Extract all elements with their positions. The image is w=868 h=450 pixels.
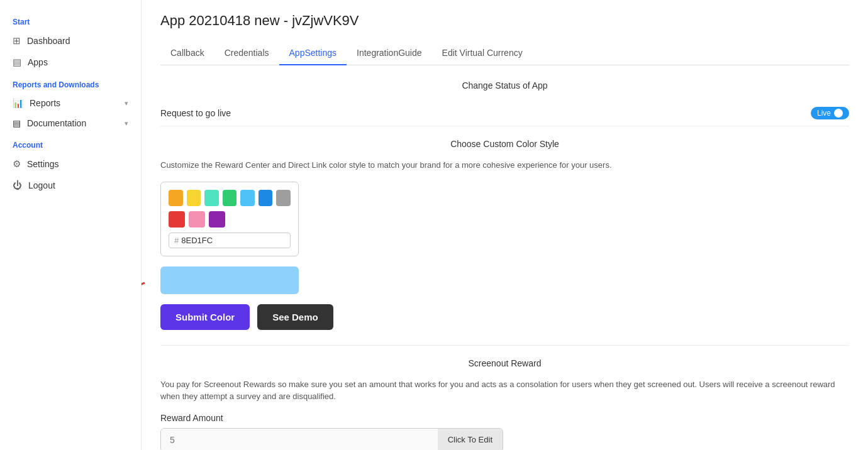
- sidebar-apps-label: Apps: [28, 57, 48, 67]
- reward-amount-label: Reward Amount: [160, 413, 849, 423]
- reports-icon: 📊: [13, 98, 23, 108]
- color-style-title: Choose Custom Color Style: [160, 139, 849, 149]
- color-hex-row: #: [169, 233, 291, 248]
- swatch-purple[interactable]: [209, 211, 225, 228]
- toggle-circle: [834, 109, 843, 118]
- swatch-red[interactable]: [169, 211, 185, 228]
- swatch-light-blue[interactable]: [240, 190, 255, 206]
- hash-symbol: #: [174, 236, 179, 245]
- color-preview: [160, 266, 299, 294]
- sidebar-item-documentation[interactable]: ▤ Documentation ▾: [0, 113, 141, 133]
- documentation-icon: ▤: [13, 118, 21, 128]
- divider-screenout: [160, 345, 849, 346]
- live-badge[interactable]: Live: [811, 107, 849, 119]
- swatch-yellow[interactable]: [187, 190, 201, 206]
- swatch-pink[interactable]: [189, 211, 205, 228]
- color-picker-container: #: [160, 182, 299, 256]
- sidebar-documentation-label: Documentation: [27, 118, 86, 128]
- tab-callback[interactable]: Callback: [160, 41, 214, 65]
- sidebar-dashboard-label: Dashboard: [27, 36, 70, 46]
- page-title: App 20210418 new - jvZjwVK9V: [160, 13, 849, 29]
- chevron-down-icon: ▾: [125, 99, 128, 107]
- sidebar-item-dashboard[interactable]: ⊞ Dashboard: [0, 30, 141, 52]
- status-row: Request to go live Live: [160, 101, 849, 126]
- tab-bar: Callback Credentials AppSettings Integra…: [160, 41, 849, 65]
- settings-icon: ⚙: [13, 158, 21, 170]
- reward-input-row: Click To Edit: [160, 428, 503, 451]
- apps-icon: ▤: [13, 57, 21, 68]
- swatch-teal[interactable]: [204, 190, 219, 206]
- swatch-green[interactable]: [223, 190, 237, 206]
- start-section-label: Start: [0, 10, 141, 30]
- request-live-label: Request to go live: [160, 108, 231, 118]
- sidebar-settings-label: Settings: [27, 159, 59, 169]
- click-to-edit-button[interactable]: Click To Edit: [438, 429, 503, 451]
- dashboard-icon: ⊞: [13, 35, 21, 47]
- sidebar-logout-label: Logout: [28, 180, 55, 190]
- swatches-row-2: [169, 211, 291, 228]
- color-description: Customize the Reward Center and Direct L…: [160, 159, 849, 172]
- chevron-down-icon-doc: ▾: [125, 119, 128, 128]
- screenout-description: You pay for Screenout Rewards so make su…: [160, 378, 849, 403]
- tab-app-settings[interactable]: AppSettings: [279, 41, 347, 65]
- sidebar-item-apps[interactable]: ▤ Apps: [0, 52, 141, 73]
- swatches-row-1: [169, 190, 291, 206]
- tab-edit-virtual-currency[interactable]: Edit Virtual Currency: [432, 41, 533, 65]
- sidebar: Start ⊞ Dashboard ▤ Apps Reports and Dow…: [0, 0, 142, 450]
- live-badge-text: Live: [817, 109, 831, 118]
- tab-integration-guide[interactable]: IntegrationGuide: [347, 41, 432, 65]
- main-content: App 20210418 new - jvZjwVK9V Callback Cr…: [142, 0, 868, 450]
- reports-section-label: Reports and Downloads: [0, 73, 141, 93]
- color-hex-input[interactable]: [181, 236, 231, 245]
- swatch-orange[interactable]: [169, 190, 183, 206]
- color-button-row: Submit Color See Demo: [160, 304, 849, 330]
- logout-icon: ⏻: [13, 180, 22, 190]
- sidebar-reports-label: Reports: [30, 98, 60, 108]
- swatch-blue[interactable]: [259, 190, 273, 206]
- sidebar-item-settings[interactable]: ⚙ Settings: [0, 153, 141, 175]
- reward-amount-input[interactable]: [161, 429, 438, 451]
- svg-line-1: [142, 283, 145, 321]
- change-status-title: Change Status of App: [160, 80, 849, 91]
- screenout-title: Screenout Reward: [160, 358, 849, 368]
- sidebar-item-logout[interactable]: ⏻ Logout: [0, 175, 141, 195]
- account-section-label: Account: [0, 133, 141, 153]
- submit-color-button[interactable]: Submit Color: [160, 304, 250, 330]
- sidebar-item-reports[interactable]: 📊 Reports ▾: [0, 93, 141, 113]
- swatch-gray[interactable]: [276, 190, 291, 206]
- tab-credentials[interactable]: Credentials: [214, 41, 279, 65]
- see-demo-button[interactable]: See Demo: [257, 304, 333, 330]
